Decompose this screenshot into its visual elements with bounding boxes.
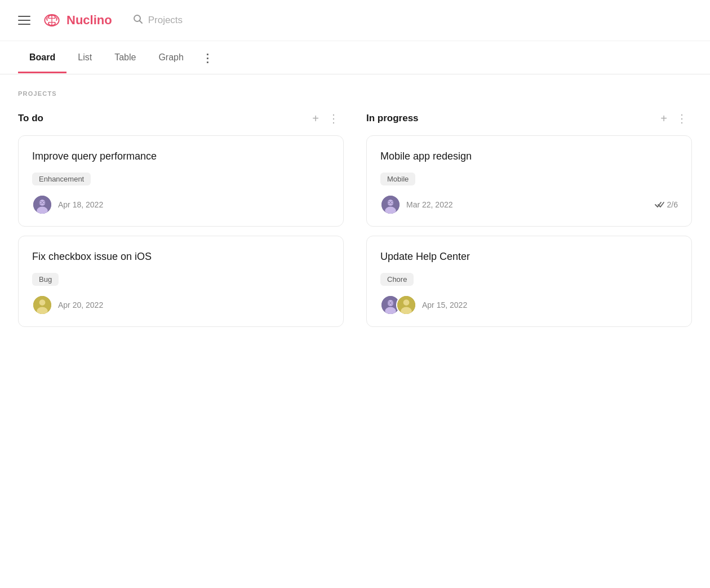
svg-point-13 (39, 300, 46, 306)
add-inprogress-button[interactable]: + (656, 110, 672, 126)
card-date: Apr 15, 2022 (422, 300, 467, 310)
card-title: Fix checkbox issue on iOS (32, 250, 330, 264)
column-todo: To do + ⋮ Improve query performance Enha… (18, 110, 344, 336)
card-tag: Enhancement (32, 173, 91, 185)
card-title: Mobile app redesign (380, 149, 678, 163)
card-tag: Mobile (380, 173, 415, 185)
search-icon (132, 14, 144, 28)
card-update-help[interactable]: Update Help Center Chore (366, 236, 692, 327)
column-todo-header: To do + ⋮ (18, 110, 344, 126)
search-placeholder-text: Projects (148, 15, 183, 26)
card-title: Update Help Center (380, 250, 678, 264)
add-todo-button[interactable]: + (308, 110, 323, 126)
search-bar[interactable]: Projects (132, 14, 183, 28)
tab-more-button[interactable]: ⋮ (195, 41, 221, 74)
progress-text: 2/6 (667, 200, 678, 209)
brain-icon (42, 10, 62, 30)
svg-point-14 (37, 307, 48, 315)
tab-list[interactable]: List (66, 42, 103, 73)
double-check-icon (655, 201, 665, 208)
avatar (32, 295, 52, 315)
card-footer: Apr 18, 2022 (32, 194, 330, 215)
card-progress: 2/6 (655, 200, 678, 209)
card-mobile-redesign[interactable]: Mobile app redesign Mobile Mar 22, (366, 135, 692, 227)
card-footer: Mar 22, 2022 2/6 (380, 194, 678, 215)
section-label: PROJECTS (18, 90, 692, 97)
menu-button[interactable] (18, 16, 30, 25)
avatar (396, 295, 416, 315)
board-columns: To do + ⋮ Improve query performance Enha… (18, 110, 692, 336)
card-tag: Bug (32, 273, 59, 286)
column-inprogress: In progress + ⋮ Mobile app redesign Mobi… (366, 110, 692, 336)
card-fix-checkbox[interactable]: Fix checkbox issue on iOS Bug Apr 20, 20… (18, 236, 344, 327)
avatar-group (380, 295, 416, 315)
logo[interactable]: Nuclino (42, 10, 112, 30)
column-inprogress-header: In progress + ⋮ (366, 110, 692, 126)
card-tag: Chore (380, 273, 414, 286)
inprogress-more-button[interactable]: ⋮ (672, 110, 692, 126)
card-date: Mar 22, 2022 (406, 200, 453, 209)
tab-board[interactable]: Board (18, 42, 66, 73)
board-section: PROJECTS To do + ⋮ Improve query perform… (0, 74, 710, 336)
header: Nuclino Projects (0, 0, 710, 41)
column-todo-title: To do (18, 113, 308, 124)
svg-point-28 (403, 300, 410, 306)
avatar (380, 194, 401, 215)
todo-more-button[interactable]: ⋮ (323, 110, 344, 126)
tab-table[interactable]: Table (103, 42, 147, 73)
card-title: Improve query performance (32, 149, 330, 163)
avatar (32, 194, 52, 215)
logo-text: Nuclino (66, 13, 112, 28)
tab-bar: Board List Table Graph ⋮ (0, 41, 710, 74)
svg-point-23 (385, 307, 396, 315)
card-footer: Apr 15, 2022 (380, 295, 678, 315)
card-date: Apr 20, 2022 (58, 300, 103, 310)
card-improve-query[interactable]: Improve query performance Enhancement (18, 135, 344, 227)
card-footer: Apr 20, 2022 (32, 295, 330, 315)
tab-graph[interactable]: Graph (147, 42, 194, 73)
svg-line-5 (139, 20, 142, 23)
column-inprogress-title: In progress (366, 113, 656, 124)
svg-point-17 (385, 207, 396, 215)
svg-point-29 (401, 307, 412, 315)
svg-point-8 (37, 207, 48, 215)
card-date: Apr 18, 2022 (58, 200, 103, 209)
